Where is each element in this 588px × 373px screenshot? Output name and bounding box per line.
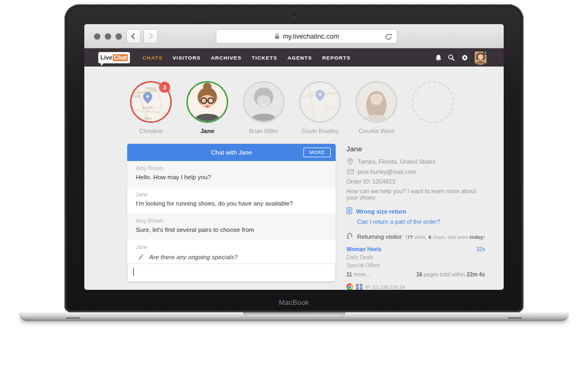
chat-panel: Chat with Jane MORE Amy Brown Hello. How… xyxy=(127,144,336,282)
nav-item-chats[interactable]: CHATS xyxy=(142,55,162,61)
history-buttons xyxy=(126,29,158,43)
location-pin-icon xyxy=(346,158,354,165)
browser-window: my.livechatinc.com Live Chat CHATS VISIT… xyxy=(84,24,504,290)
pages-total-text: 16 pages total within 22m 4s xyxy=(416,272,485,277)
message-author: Amy Brown xyxy=(136,165,327,171)
trackpad-notch xyxy=(243,312,345,317)
svg-text:Dallas: Dallas xyxy=(146,86,156,90)
window-control-minimize[interactable] xyxy=(105,33,111,40)
page-time: 32s xyxy=(476,246,485,252)
svg-text:Hou: Hou xyxy=(144,116,151,120)
window-control-close[interactable] xyxy=(94,33,100,40)
avatar-ring-gray xyxy=(243,81,285,123)
nav-item-agents[interactable]: AGENTS xyxy=(287,55,312,61)
window-controls xyxy=(94,33,122,40)
macbook-label: MacBook xyxy=(64,298,524,306)
macbook-mockup: my.livechatinc.com Live Chat CHATS VISIT… xyxy=(0,0,588,373)
gear-icon[interactable] xyxy=(461,54,469,62)
customer-name: Cecelia Ward xyxy=(359,128,394,134)
ticket-icon xyxy=(346,207,352,216)
customer-gavin-bradley[interactable]: Gavin Bradley xyxy=(299,81,341,134)
message-text: Sure, let's find several pairs to choose… xyxy=(136,226,327,233)
page-visit-row[interactable]: Special Offers xyxy=(346,262,485,268)
message-row: Amy Brown Sure, let's find several pairs… xyxy=(127,214,336,240)
refresh-button[interactable] xyxy=(384,33,393,41)
customer-brian-miller[interactable]: Brian Miller xyxy=(243,81,285,134)
main-menu: CHATS VISITORS ARCHIVES TICKETS AGENTS R… xyxy=(142,55,350,61)
customer-name: Gavin Bradley xyxy=(301,128,338,134)
nav-item-tickets[interactable]: TICKETS xyxy=(252,55,278,61)
page-title[interactable]: Woman Heels xyxy=(346,246,381,252)
message-author: Jane xyxy=(136,192,327,198)
text-caret xyxy=(133,268,134,276)
message-author: Amy Brown xyxy=(136,218,327,224)
agent-avatar[interactable] xyxy=(475,52,487,63)
bell-icon[interactable] xyxy=(435,54,442,61)
message-text: I'm looking for running shoes, do you ha… xyxy=(136,200,327,207)
content-area: Dallas XAS Austin Hou 3 Christin xyxy=(84,67,504,290)
visitor-tech-row: IP: 63.139.234.64 xyxy=(346,283,485,290)
nav-item-reports[interactable]: REPORTS xyxy=(322,55,351,61)
message-text: Hello. How may I help you? xyxy=(136,174,327,180)
customer-details-panel: Jane Tampa, Florida, United States jane.… xyxy=(346,145,485,290)
message-row: Amy Brown Hello. How may I help you? xyxy=(127,161,336,187)
photo-avatar xyxy=(188,83,227,121)
photo-avatar xyxy=(357,83,396,121)
map-avatar xyxy=(301,83,339,121)
page-title[interactable]: Daily Deals xyxy=(346,254,374,260)
more-button[interactable]: MORE xyxy=(303,148,331,157)
agent-photo xyxy=(475,56,487,65)
customer-slot-empty xyxy=(412,81,454,134)
page-visit-row[interactable]: Woman Heels 32s xyxy=(346,246,485,252)
ticket-question-link[interactable]: Can I return a part of the order? xyxy=(357,218,485,225)
email-text[interactable]: jane.hurley@mail.com xyxy=(358,169,416,175)
livechat-logo[interactable]: Live Chat xyxy=(98,52,130,63)
laptop-base xyxy=(19,312,569,321)
navbar-actions xyxy=(435,48,487,67)
avatar-ring-gray xyxy=(355,81,397,123)
chat-header: Chat with Jane MORE xyxy=(127,144,336,161)
visitor-row: Returning visitor (77 visits, 6 chats, l… xyxy=(346,232,485,242)
message-input[interactable] xyxy=(127,264,336,282)
customer-jane[interactable]: Jane xyxy=(186,81,228,134)
window-control-zoom[interactable] xyxy=(115,33,122,40)
lock-icon xyxy=(274,33,280,40)
back-button[interactable] xyxy=(126,29,141,43)
base-foot xyxy=(508,317,522,319)
page-title[interactable]: Special Offers xyxy=(346,262,380,268)
svg-text:XAS: XAS xyxy=(133,94,140,98)
nav-item-archives[interactable]: ARCHIVES xyxy=(211,55,242,61)
windows-os-icon xyxy=(356,284,362,290)
email-row: jane.hurley@mail.com xyxy=(346,169,485,175)
camera-dot xyxy=(293,14,296,18)
page-visit-row[interactable]: Daily Deals xyxy=(346,254,485,260)
ip-address: IP: 63.139.234.64 xyxy=(365,284,405,290)
ticket-title-link[interactable]: Wrong size return xyxy=(356,208,406,215)
customer-cecelia-ward[interactable]: Cecelia Ward xyxy=(355,81,397,134)
address-bar[interactable]: my.livechatinc.com xyxy=(216,29,397,43)
visitor-stats: (77 visits, 6 chats, last seen today) xyxy=(405,234,485,240)
ticket-section: Wrong size return Can I return a part of… xyxy=(346,207,485,225)
url-text: my.livechatinc.com xyxy=(283,33,339,40)
customer-name: Brian Miller xyxy=(249,128,278,134)
base-foot xyxy=(66,317,80,319)
visitor-label: Returning visitor xyxy=(357,233,402,240)
returning-visitor-icon xyxy=(346,232,353,242)
location-text: Tampa, Florida, United States xyxy=(358,158,435,165)
unread-badge: 3 xyxy=(159,82,170,93)
customers-row: Dallas XAS Austin Hou 3 Christin xyxy=(130,81,454,134)
chat-title: Chat with Jane xyxy=(211,149,252,156)
customer-name: Jane xyxy=(200,128,214,134)
email-icon xyxy=(346,169,354,174)
app-navbar: Live Chat CHATS VISITORS ARCHIVES TICKET… xyxy=(84,48,504,67)
forward-button[interactable] xyxy=(143,29,158,43)
laptop-bezel: my.livechatinc.com Live Chat CHATS VISIT… xyxy=(64,4,524,312)
order-id: Order ID: 1204823 xyxy=(346,178,485,185)
nav-item-visitors[interactable]: VISITORS xyxy=(173,55,201,61)
customer-name: Christine xyxy=(139,128,162,134)
customer-christine[interactable]: Dallas XAS Austin Hou 3 Christin xyxy=(130,81,172,134)
message-row-typing: Jane Are there any ongoing specials? xyxy=(127,240,336,264)
pages-more-link[interactable]: 11 more... xyxy=(346,272,370,277)
search-icon[interactable] xyxy=(448,54,455,61)
location-row: Tampa, Florida, United States xyxy=(346,158,485,165)
